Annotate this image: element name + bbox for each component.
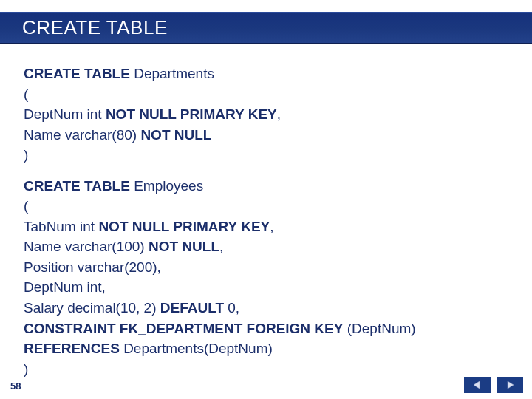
text: DeptNum int: [24, 106, 106, 122]
code-line: DeptNum int,: [24, 277, 508, 298]
keyword: NOT NULL: [149, 239, 219, 254]
triangle-left-icon: [472, 380, 482, 390]
code-line: TabNum int NOT NULL PRIMARY KEY,: [24, 216, 508, 237]
keyword: NOT NULL: [140, 127, 211, 143]
keyword: CREATE TABLE: [24, 66, 130, 81]
code-line: Salary decimal(10, 2) DEFAULT 0,: [24, 298, 508, 318]
text: ,: [219, 239, 223, 254]
nav-controls: [464, 377, 523, 393]
code-line: Position varchar(200),: [24, 257, 508, 278]
text: 0,: [224, 300, 239, 316]
text: ,: [270, 219, 273, 234]
text: (DeptNum): [343, 321, 415, 336]
prev-button[interactable]: [464, 377, 491, 393]
sql-block-departments: CREATE TABLE Departments ( DeptNum int N…: [24, 64, 508, 166]
keyword: CONSTRAINT FK_DEPARTMENT FOREIGN KEY: [24, 321, 343, 336]
text: Salary decimal(10, 2): [24, 300, 160, 316]
code-line: DeptNum int NOT NULL PRIMARY KEY,: [24, 104, 508, 125]
text: Departments: [130, 66, 214, 81]
text: TabNum int: [24, 219, 98, 234]
code-line: ): [24, 359, 508, 380]
text: ,: [277, 106, 281, 122]
code-line: Name varchar(80) NOT NULL: [24, 125, 508, 146]
svg-marker-1: [508, 381, 514, 389]
code-line: CREATE TABLE Employees: [24, 176, 508, 197]
code-line: CONSTRAINT FK_DEPARTMENT FOREIGN KEY (De…: [24, 318, 508, 339]
code-line: Name varchar(100) NOT NULL,: [24, 236, 508, 257]
code-line: REFERENCES Departments(DeptNum): [24, 338, 508, 359]
code-line: CREATE TABLE Departments: [24, 64, 508, 84]
slide-title: CREATE TABLE: [22, 16, 168, 39]
triangle-right-icon: [505, 380, 515, 390]
code-line: (: [24, 84, 508, 105]
text: Employees: [130, 178, 203, 194]
keyword: REFERENCES: [24, 341, 120, 356]
next-button[interactable]: [497, 377, 523, 393]
slide-content: CREATE TABLE Departments ( DeptNum int N…: [24, 64, 508, 379]
sql-block-employees: CREATE TABLE Employees ( TabNum int NOT …: [24, 176, 508, 379]
text: Name varchar(80): [24, 127, 140, 143]
keyword: DEFAULT: [160, 300, 224, 316]
keyword: CREATE TABLE: [24, 178, 130, 194]
page-number: 58: [10, 381, 21, 392]
keyword: NOT NULL PRIMARY KEY: [106, 106, 277, 122]
slide: CREATE TABLE CREATE TABLE Departments ( …: [0, 0, 532, 399]
text: Departments(DeptNum): [120, 341, 273, 356]
text: Name varchar(100): [24, 239, 149, 254]
keyword: NOT NULL PRIMARY KEY: [98, 219, 270, 234]
code-line: (: [24, 196, 508, 216]
title-bar: CREATE TABLE: [0, 12, 532, 44]
code-line: ): [24, 145, 508, 166]
svg-marker-0: [474, 381, 480, 389]
